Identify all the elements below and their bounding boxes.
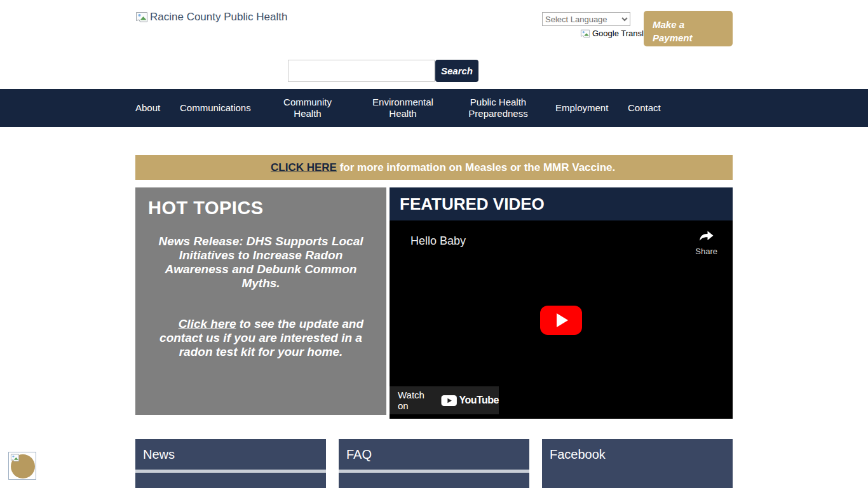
measles-banner-text: for more information on Measles or the M… (337, 161, 615, 173)
faq-section: FAQ (339, 439, 529, 488)
watch-on-label: Watch on (398, 390, 435, 411)
hot-topics-title: HOT TOPICS (148, 198, 386, 219)
play-icon (557, 313, 568, 327)
nav-item-public-health-preparedness[interactable]: Public Health Preparedness (454, 89, 543, 127)
share-label: Share (695, 247, 717, 256)
facebook-section: Facebook (542, 439, 733, 488)
make-a-payment-button[interactable]: Make a Payment (644, 11, 733, 46)
facebook-section-title: Facebook (542, 439, 733, 470)
faq-section-divider (339, 470, 529, 473)
news-section: News (135, 439, 326, 488)
radon-click-here-link[interactable]: Click here (179, 317, 236, 330)
broken-image-icon (10, 454, 20, 462)
youtube-video-player[interactable]: Hello Baby Share Watch on YouTube (390, 220, 733, 419)
site-search: Search (288, 60, 478, 82)
nav-item-about[interactable]: About (135, 89, 160, 127)
measles-alert-banner: CLICK HERE for more information on Measl… (135, 155, 733, 180)
hot-topics-news-release: News Release: DHS Supports Local Initiat… (152, 234, 370, 290)
site-logo-alt-text: Racine County Public Health (150, 11, 287, 24)
broken-image-icon (580, 29, 590, 38)
measles-click-here-link[interactable]: CLICK HERE (271, 161, 337, 173)
share-arrow-icon (698, 229, 715, 242)
news-section-divider (135, 470, 326, 473)
nav-item-contact[interactable]: Contact (628, 89, 661, 127)
news-section-title: News (135, 439, 326, 470)
main-navigation: About Communications Community Health En… (0, 89, 868, 127)
nav-item-environmental-health[interactable]: Environmental Health (365, 89, 441, 127)
make-a-payment-label: Make a Payment (653, 18, 703, 44)
video-play-button[interactable] (540, 306, 582, 335)
hot-topics-radon-paragraph: Click here to see the update and contact… (152, 303, 370, 373)
nav-item-community-health[interactable]: Community Health (273, 89, 342, 127)
nav-item-communications[interactable]: Communications (180, 89, 251, 127)
youtube-wordmark: YouTube (459, 395, 499, 406)
nav-item-employment[interactable]: Employment (555, 89, 608, 127)
search-button[interactable]: Search (435, 60, 478, 82)
video-title-link[interactable]: Hello Baby (410, 234, 466, 248)
search-input[interactable] (288, 60, 435, 82)
video-share-button[interactable]: Share (695, 229, 717, 256)
broken-image-icon (135, 11, 148, 23)
faq-section-title: FAQ (339, 439, 529, 470)
hot-topics-panel: HOT TOPICS News Release: DHS Supports Lo… (135, 187, 386, 415)
featured-video-title: FEATURED VIDEO (390, 187, 733, 220)
accessibility-widget-button[interactable] (8, 452, 36, 480)
language-select[interactable]: Select Language (542, 12, 630, 26)
site-logo[interactable]: Racine County Public Health (135, 11, 287, 24)
youtube-logo-icon (441, 395, 457, 407)
watch-on-youtube-button[interactable]: Watch on YouTube (390, 386, 499, 414)
page: Racine County Public Health Select Langu… (0, 0, 868, 488)
